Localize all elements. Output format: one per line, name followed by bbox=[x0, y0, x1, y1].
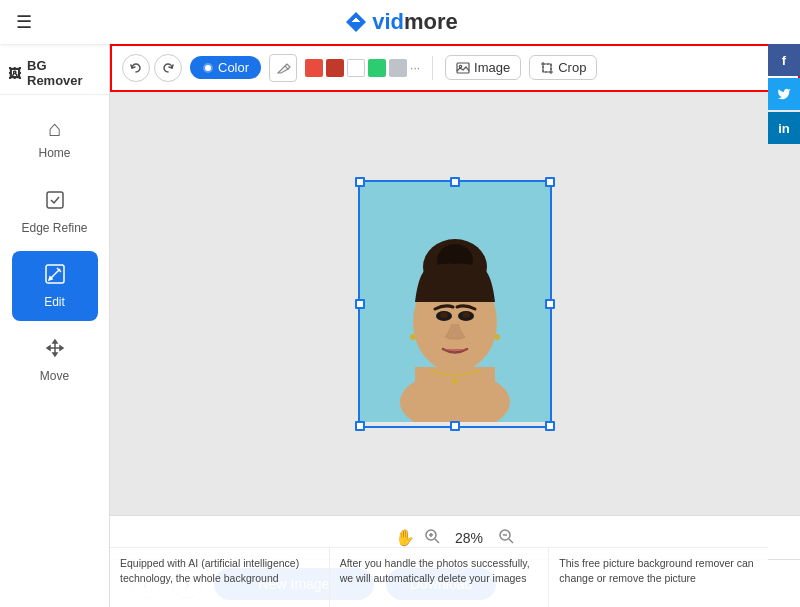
left-sidebar: 🖼 BG Remover ⌂ Home Edge Refine bbox=[0, 44, 110, 607]
sidebar-item-edit-label: Edit bbox=[44, 295, 65, 309]
color-mode-label: Color bbox=[218, 60, 249, 75]
logo-text: vidmore bbox=[372, 9, 458, 35]
zoom-in-icon[interactable] bbox=[423, 527, 441, 549]
bottom-text-col-2: After you handle the photos successfully… bbox=[330, 548, 550, 607]
image-button[interactable]: Image bbox=[445, 55, 521, 80]
crop-button[interactable]: Crop bbox=[529, 55, 597, 80]
zoom-out-icon[interactable] bbox=[497, 527, 515, 549]
sidebar-item-home-label: Home bbox=[38, 146, 70, 160]
bg-remover-icon: 🖼 bbox=[8, 66, 21, 81]
svg-point-18 bbox=[410, 334, 416, 340]
logo: vidmore bbox=[342, 8, 458, 36]
twitter-share-button[interactable] bbox=[768, 78, 800, 110]
home-icon: ⌂ bbox=[48, 116, 61, 142]
svg-point-3 bbox=[205, 65, 211, 71]
svg-rect-6 bbox=[543, 64, 551, 72]
handle-bottom-right[interactable] bbox=[545, 421, 555, 431]
toolbar-divider bbox=[432, 56, 433, 80]
swatch-white[interactable] bbox=[347, 59, 365, 77]
toolbar-nav bbox=[122, 54, 182, 82]
edge-refine-icon bbox=[44, 189, 66, 217]
main-area: 🖼 BG Remover ⌂ Home Edge Refine bbox=[0, 44, 800, 607]
image-container[interactable] bbox=[360, 182, 550, 426]
sidebar-item-edge-refine-label: Edge Refine bbox=[21, 221, 87, 235]
logo-icon bbox=[342, 8, 370, 36]
svg-point-19 bbox=[494, 334, 500, 340]
svg-point-17 bbox=[462, 312, 470, 318]
svg-rect-0 bbox=[47, 192, 63, 208]
handle-bottom-middle[interactable] bbox=[450, 421, 460, 431]
zoom-level: 28% bbox=[449, 530, 489, 546]
facebook-share-button[interactable]: f bbox=[768, 44, 800, 76]
bottom-text-col-1: Equipped with AI (artificial intelligenc… bbox=[110, 548, 330, 607]
social-sidebar: f in bbox=[768, 44, 800, 146]
menu-icon[interactable]: ☰ bbox=[16, 11, 32, 33]
sidebar-title: BG Remover bbox=[27, 58, 101, 88]
handle-bottom-left[interactable] bbox=[355, 421, 365, 431]
svg-point-16 bbox=[440, 312, 448, 318]
swatch-red2[interactable] bbox=[326, 59, 344, 77]
bottom-text-area: Equipped with AI (artificial intelligenc… bbox=[110, 547, 768, 607]
app-header: ☰ vidmore bbox=[0, 0, 800, 44]
sidebar-item-edit[interactable]: Edit bbox=[12, 251, 98, 321]
sidebar-item-home[interactable]: ⌂ Home bbox=[12, 103, 98, 173]
hand-tool-icon[interactable]: ✋ bbox=[395, 528, 415, 547]
undo-button[interactable] bbox=[122, 54, 150, 82]
eraser-button[interactable] bbox=[269, 54, 297, 82]
swatch-red[interactable] bbox=[305, 59, 323, 77]
swatch-more[interactable]: ··· bbox=[410, 61, 420, 75]
toolbar: Color ··· bbox=[110, 44, 800, 92]
linkedin-share-button[interactable]: in bbox=[768, 112, 800, 144]
sidebar-item-move-label: Move bbox=[40, 369, 69, 383]
image-btn-label: Image bbox=[474, 60, 510, 75]
crop-btn-label: Crop bbox=[558, 60, 586, 75]
color-mode-button[interactable]: Color bbox=[190, 56, 261, 79]
svg-point-20 bbox=[452, 378, 458, 384]
sidebar-item-edge-refine[interactable]: Edge Refine bbox=[12, 177, 98, 247]
color-swatches: ··· bbox=[305, 59, 420, 77]
move-icon bbox=[44, 337, 66, 365]
content-area: Color ··· bbox=[110, 44, 800, 607]
edit-icon bbox=[44, 263, 66, 291]
sidebar-header: 🖼 BG Remover bbox=[0, 52, 109, 95]
swatch-green[interactable] bbox=[368, 59, 386, 77]
portrait-image bbox=[360, 182, 550, 422]
canvas-area[interactable] bbox=[110, 92, 800, 515]
svg-point-5 bbox=[459, 65, 461, 67]
bottom-text-col-3: This free picture background remover can… bbox=[549, 548, 768, 607]
sidebar-item-move[interactable]: Move bbox=[12, 325, 98, 395]
swatch-gray[interactable] bbox=[389, 59, 407, 77]
redo-button[interactable] bbox=[154, 54, 182, 82]
